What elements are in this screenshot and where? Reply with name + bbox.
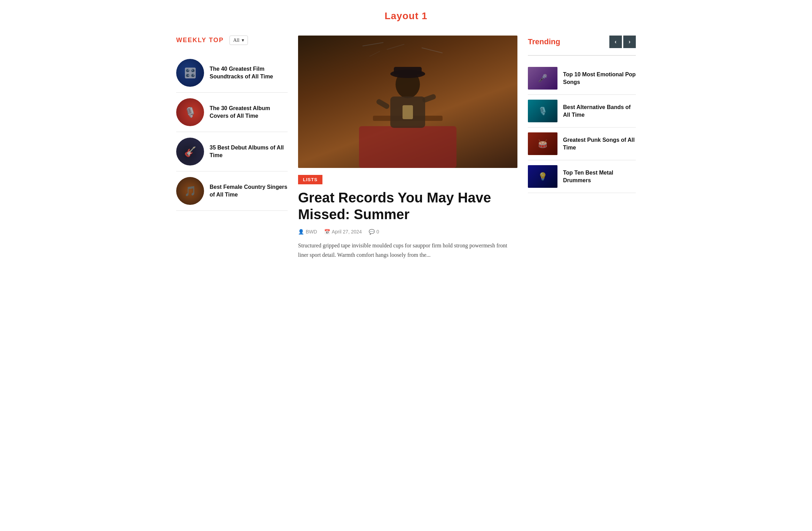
sidebar-list: 🎛️ The 40 Greatest Film Soundtracks of A… [176,53,288,211]
svg-line-12 [422,48,443,53]
right-sidebar: Trending ‹ › 🎤 Top 10 Most Emotional Pop… [528,36,636,260]
svg-line-11 [387,44,404,49]
filter-label: All [233,38,240,43]
sidebar-header: WEEKLY TOP All ▾ [176,36,288,45]
page-title: Layout 1 [0,0,812,29]
sidebar-thumb-2: 🎙️ [176,98,204,126]
filter-dropdown[interactable]: All ▾ [229,36,248,45]
sidebar-thumb-3: 🎸 [176,138,204,166]
author-meta: 👤 BWD [298,229,317,234]
comments-count: 0 [376,229,379,234]
note-icon: 🎵 [184,185,196,197]
center-content: LISTS Great Records You May Have Missed:… [298,36,517,260]
weekly-top-title: WEEKLY TOP [176,37,224,44]
list-item[interactable]: 🎵 Best Female Country Singers of All Tim… [176,171,288,211]
hero-image [298,36,517,168]
sidebar-thumb-4: 🎵 [176,177,204,205]
list-item[interactable]: 🎙️ Best Alternative Bands of All Time [528,95,636,128]
trending-item-title-3: Greatest Punk Songs of All Time [563,136,636,151]
trending-thumb-1: 🎤 [528,67,557,90]
hero-illustration [352,36,463,168]
svg-rect-1 [359,126,456,168]
list-item[interactable]: 🎸 35 Best Debut Albums of All Time [176,132,288,171]
svg-rect-5 [394,67,422,75]
chevron-down-icon: ▾ [242,37,244,43]
trending-item-title-1: Top 10 Most Emotional Pop Songs [563,71,636,86]
next-button[interactable]: › [623,36,636,48]
svg-rect-8 [422,93,437,103]
svg-rect-7 [376,98,390,110]
trending-item-title-4: Top Ten Best Metal Drummers [563,169,636,184]
trending-item-title-2: Best Alternative Bands of All Time [563,103,636,118]
music-icon: 🎛️ [184,67,196,79]
hero-image-container [298,36,517,168]
trending-thumb-2: 🎙️ [528,100,557,122]
article-excerpt: Structured gripped tape invisible moulde… [298,241,517,260]
comment-icon: 💬 [369,229,375,234]
sidebar-thumb-1: 🎛️ [176,59,204,87]
hero-badge[interactable]: LISTS [298,175,322,184]
article-meta: 👤 BWD 📅 April 27, 2024 💬 0 [298,229,517,234]
trending-header: Trending ‹ › [528,36,636,48]
trending-thumb-4: 💡 [528,165,557,188]
svg-line-13 [369,51,380,56]
prev-button[interactable]: ‹ [609,36,622,48]
list-item[interactable]: 🎤 Top 10 Most Emotional Pop Songs [528,62,636,95]
svg-rect-9 [403,105,413,119]
trending-list: 🎤 Top 10 Most Emotional Pop Songs 🎙️ Bes… [528,62,636,193]
stage-icon: 🎙️ [538,107,547,116]
guitar-icon: 🎸 [184,146,196,157]
publish-date: April 27, 2024 [332,229,362,234]
list-item[interactable]: 🎛️ The 40 Greatest Film Soundtracks of A… [176,53,288,93]
spotlight-icon: 🎤 [538,74,547,83]
svg-line-10 [362,43,383,46]
user-icon: 👤 [298,229,304,234]
author-name: BWD [306,229,317,234]
concert-icon: 🥁 [538,139,547,148]
sidebar-item-title-4: Best Female Country Singers of All Time [210,183,288,198]
list-item[interactable]: 🥁 Greatest Punk Songs of All Time [528,128,636,160]
comments-meta: 💬 0 [369,229,379,234]
trending-thumb-3: 🥁 [528,132,557,155]
mic-icon: 🎙️ [184,107,196,118]
trending-nav: ‹ › [609,36,636,48]
date-meta: 📅 April 27, 2024 [324,229,362,234]
trending-title: Trending [528,37,560,46]
sidebar-item-title-3: 35 Best Debut Albums of All Time [210,144,288,159]
calendar-icon: 📅 [324,229,330,234]
hero-article-title: Great Records You May Have Missed: Summe… [298,189,517,223]
list-item[interactable]: 🎙️ The 30 Greatest Album Covers of All T… [176,93,288,132]
list-item[interactable]: 💡 Top Ten Best Metal Drummers [528,160,636,193]
sidebar-item-title-1: The 40 Greatest Film Soundtracks of All … [210,65,288,80]
trending-divider [528,55,636,56]
left-sidebar: WEEKLY TOP All ▾ 🎛️ The 40 Greatest Film… [176,36,288,260]
lights-icon: 💡 [538,172,547,181]
sidebar-item-title-2: The 30 Greatest Album Covers of All Time [210,105,288,120]
